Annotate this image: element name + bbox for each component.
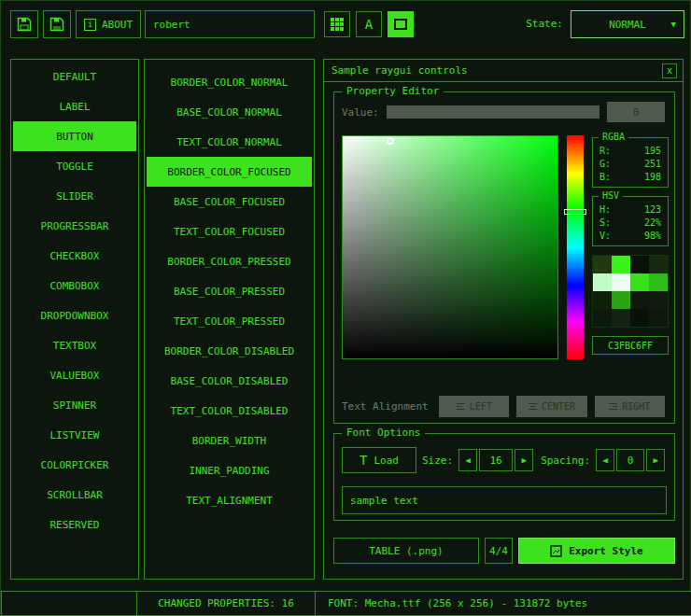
property-item-border-color-disabled[interactable]: BORDER_COLOR_DISABLED (147, 336, 312, 366)
property-item-border-width[interactable]: BORDER_WIDTH (147, 426, 312, 455)
align-right-button[interactable]: RIGHT (595, 396, 665, 417)
saturation-value-picker[interactable] (342, 135, 558, 359)
palette-swatch[interactable] (593, 309, 612, 327)
about-label: ABOUT (102, 19, 133, 31)
export-style-button[interactable]: Export Style (518, 538, 675, 564)
palette-swatch[interactable] (630, 291, 649, 309)
property-item-border-color-pressed[interactable]: BORDER_COLOR_PRESSED (147, 246, 312, 276)
control-item-colorpicker[interactable]: COLORPICKER (13, 450, 136, 480)
letter-a-icon: A (365, 17, 373, 32)
align-center-icon (529, 402, 537, 411)
palette-swatch[interactable] (593, 273, 612, 291)
window-titlebar[interactable]: Sample raygui controls x (324, 60, 683, 82)
property-item-text-color-focused[interactable]: TEXT_COLOR_FOCUSED (147, 217, 312, 246)
property-item-border-color-focused[interactable]: BORDER_COLOR_FOCUSED (147, 157, 312, 187)
color-readout-column: RGBA R:195 G:251 B:198 HSV H:123 S:22% V… (592, 135, 669, 361)
property-item-base-color-focused[interactable]: BASE_COLOR_FOCUSED (147, 187, 312, 217)
hex-color-textbox[interactable]: C3FBC6FF (592, 336, 669, 355)
control-item-combobox[interactable]: COMBOBOX (13, 271, 136, 301)
control-item-reserved[interactable]: RESERVED (13, 510, 136, 539)
align-center-label: CENTER (542, 401, 575, 412)
load-font-button[interactable]: T Load (342, 447, 416, 473)
property-editor-group: Property Editor Value: 0 RGBA R:195 G (333, 91, 675, 424)
rgba-box: RGBA R:195 G:251 B:198 (592, 137, 669, 188)
control-item-progressbar[interactable]: PROGRESSBAR (13, 211, 136, 241)
control-item-checkbox[interactable]: CHECKBOX (13, 241, 136, 271)
sample-text-input[interactable]: sample text (342, 486, 667, 514)
property-item-text-color-pressed[interactable]: TEXT_COLOR_PRESSED (147, 306, 312, 336)
property-item-text-color-disabled[interactable]: TEXT_COLOR_DISABLED (147, 396, 312, 426)
size-value[interactable]: 16 (479, 449, 513, 471)
palette-swatch[interactable] (612, 309, 630, 327)
export-format-button[interactable]: TABLE (.png) (333, 538, 479, 564)
palette-swatch[interactable] (593, 291, 612, 309)
save-as-button[interactable] (43, 10, 71, 38)
control-item-button[interactable]: BUTTON (13, 121, 136, 151)
align-right-icon (609, 402, 617, 411)
font-options-title: Font Options (342, 427, 425, 439)
control-item-textbox[interactable]: TEXTBOX (13, 330, 136, 360)
control-item-valuebox[interactable]: VALUEBOX (13, 360, 136, 390)
control-item-label[interactable]: LABEL (13, 91, 136, 121)
status-font-info: FONT: Mecha.ttf (256 x 256) - 131872 byt… (315, 591, 691, 616)
control-item-listview[interactable]: LISTVIEW (13, 420, 136, 450)
property-item-border-color-normal[interactable]: BORDER_COLOR_NORMAL (147, 67, 312, 97)
property-item-base-color-disabled[interactable]: BASE_COLOR_DISABLED (147, 366, 312, 396)
palette-swatch[interactable] (630, 273, 649, 291)
control-item-scrollbar[interactable]: SCROLLBAR (13, 480, 136, 510)
style-table-view-button[interactable] (324, 11, 350, 37)
controls-preview-button[interactable] (388, 11, 414, 37)
floppy-save-as-icon (49, 17, 64, 32)
format-counter: 4/4 (485, 538, 513, 564)
state-dropdown[interactable]: NORMAL ▼ (571, 10, 684, 38)
save-style-button[interactable] (10, 10, 38, 38)
property-item-text-alignment[interactable]: TEXT_ALIGNMENT (147, 485, 312, 515)
font-options-row: T Load Size: ◀ 16 ▶ Spacing: ◀ 0 ▶ (342, 447, 667, 473)
h-label: H: (599, 203, 611, 217)
control-item-default[interactable]: DEFAULT (13, 62, 136, 91)
property-item-base-color-pressed[interactable]: BASE_COLOR_PRESSED (147, 276, 312, 306)
v-label: V: (599, 230, 611, 243)
spacing-value[interactable]: 0 (616, 449, 644, 471)
property-item-text-color-normal[interactable]: TEXT_COLOR_NORMAL (147, 127, 312, 157)
align-center-button[interactable]: CENTER (516, 396, 586, 417)
export-style-label: Export Style (569, 545, 642, 557)
hsv-box: HSV H:123 S:22% V:98% (592, 196, 669, 246)
palette-swatch[interactable] (649, 256, 668, 273)
property-item-base-color-normal[interactable]: BASE_COLOR_NORMAL (147, 97, 312, 127)
right-arrow-icon: ▶ (653, 455, 657, 465)
state-value: NORMAL (609, 19, 646, 31)
h-value: 123 (644, 203, 661, 217)
palette-swatch[interactable] (612, 291, 630, 309)
font-atlas-view-button[interactable]: A (356, 11, 382, 37)
value-slider[interactable] (387, 105, 599, 119)
size-increment-button[interactable]: ▶ (515, 449, 533, 471)
left-arrow-icon: ◀ (602, 455, 607, 465)
hue-slider[interactable] (567, 135, 584, 359)
value-number-button[interactable]: 0 (607, 102, 665, 122)
spacing-increment-button[interactable]: ▶ (646, 449, 665, 471)
about-button[interactable]: i ABOUT (76, 10, 141, 38)
style-name-input[interactable] (145, 10, 315, 38)
align-left-button[interactable]: LEFT (439, 396, 509, 417)
palette-swatch[interactable] (649, 309, 668, 327)
palette-swatch[interactable] (612, 256, 630, 273)
control-item-dropdownbox[interactable]: DROPDOWNBOX (13, 301, 136, 330)
rgba-title: RGBA (599, 132, 628, 142)
palette-swatch[interactable] (649, 291, 668, 309)
control-item-spinner[interactable]: SPINNER (13, 390, 136, 420)
load-label: Load (374, 455, 399, 467)
palette-swatch[interactable] (649, 273, 668, 291)
palette-swatch[interactable] (593, 256, 612, 273)
palette-swatch[interactable] (630, 309, 649, 327)
close-button[interactable]: x (662, 63, 677, 78)
export-image-icon (550, 545, 562, 557)
spacing-decrement-button[interactable]: ◀ (596, 449, 614, 471)
property-item-inner-padding[interactable]: INNER_PADDING (147, 455, 312, 485)
font-info-text: FONT: Mecha.ttf (256 x 256) - 131872 byt… (328, 597, 587, 609)
size-decrement-button[interactable]: ◀ (458, 449, 477, 471)
palette-swatch[interactable] (630, 256, 649, 273)
palette-swatch[interactable] (612, 273, 630, 291)
control-item-slider[interactable]: SLIDER (13, 181, 136, 211)
control-item-toggle[interactable]: TOGGLE (13, 151, 136, 181)
